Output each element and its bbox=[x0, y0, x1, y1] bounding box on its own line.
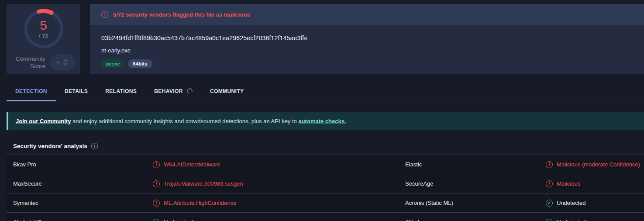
vote-down-icon[interactable] bbox=[63, 63, 68, 66]
detection-result: ! ✓ Undetected bbox=[546, 219, 644, 221]
detections-count: 5 bbox=[40, 19, 47, 32]
file-header-card: ! 5/72 security vendors flagged this fil… bbox=[90, 4, 644, 74]
tag-64bits[interactable]: 64bits bbox=[128, 59, 152, 68]
community-banner-text: and enjoy additional community insights … bbox=[71, 118, 298, 124]
detection-result: ! ✓ Malicious bbox=[546, 180, 644, 187]
tab-bar: DETECTION DETAILS RELATIONS BEHAVIOR COM… bbox=[0, 81, 644, 101]
detection-score-gauge: 5 / 72 bbox=[24, 9, 64, 49]
detection-result: ! ✓ Undetected bbox=[546, 200, 644, 207]
tab-detection[interactable]: DETECTION bbox=[7, 81, 56, 101]
community-vote-widget[interactable] bbox=[50, 54, 75, 70]
detection-alert-banner: ! 5/72 security vendors flagged this fil… bbox=[90, 4, 644, 25]
detection-result: ! ✓ Trojan.Malware.300983.susgen bbox=[153, 180, 405, 187]
join-community-link[interactable]: Join our Community bbox=[16, 118, 71, 124]
alert-icon: ! bbox=[546, 180, 553, 187]
file-hash: 03b2494fd1ff9f89b30ac5437b7ac4859a0c1ea2… bbox=[101, 35, 644, 41]
automate-checks-link[interactable]: automate checks. bbox=[298, 118, 346, 124]
vendor-name: MaxSecure bbox=[7, 180, 153, 187]
check-icon: ✓ bbox=[546, 219, 553, 221]
check-icon: ✓ bbox=[546, 200, 553, 207]
file-summary-header: 5 / 72 Community Score bbox=[0, 0, 644, 74]
section-header: Security vendors' analysis i bbox=[7, 137, 644, 155]
tab-behavior[interactable]: BEHAVIOR bbox=[145, 81, 201, 101]
detection-result: ! ✓ W64.AIDetectMalware bbox=[153, 161, 405, 168]
community-banner: Join our Community and enjoy additional … bbox=[7, 112, 644, 130]
alert-icon: ! bbox=[546, 161, 553, 168]
detection-result: ! ✓ Malicious (moderate Confidence) bbox=[546, 161, 644, 168]
virustotal-detection-page: 5 / 72 Community Score bbox=[0, 0, 644, 221]
check-icon: ✓ bbox=[153, 219, 160, 221]
alert-icon: ! bbox=[153, 180, 160, 187]
vote-up-icon[interactable] bbox=[63, 59, 68, 62]
vendor-name: AhnLab-V3 bbox=[7, 219, 153, 221]
table-row: AhnLab-V3 ! ✓ Undetected Alibaba ! ✓ Und… bbox=[7, 213, 644, 221]
tab-community[interactable]: COMMUNITY bbox=[201, 81, 253, 101]
table-row: Symantec ! ✓ ML.Attribute.HighConfidence… bbox=[7, 193, 644, 213]
vendors-table: Bkav Pro ! ✓ W64.AIDetectMalware Elastic… bbox=[7, 155, 644, 221]
section-title: Security vendors' analysis bbox=[13, 143, 87, 149]
vendor-name: Bkav Pro bbox=[7, 161, 153, 168]
file-name: nt-early.exe bbox=[101, 47, 644, 54]
alert-icon: ! bbox=[101, 11, 108, 18]
alert-message: 5/72 security vendors flagged this file … bbox=[113, 11, 250, 18]
vendor-name: Alibaba bbox=[405, 219, 546, 221]
info-icon[interactable]: i bbox=[91, 143, 98, 149]
score-card: 5 / 72 Community Score bbox=[7, 4, 80, 74]
vote-dot-icon bbox=[57, 62, 59, 63]
vendor-name: SecureAge bbox=[405, 180, 546, 187]
table-row: Bkav Pro ! ✓ W64.AIDetectMalware Elastic… bbox=[7, 155, 644, 174]
vendor-name: Acronis (Static ML) bbox=[405, 200, 546, 206]
table-row: MaxSecure ! ✓ Trojan.Malware.300983.susg… bbox=[7, 174, 644, 193]
engines-total: / 72 bbox=[39, 33, 48, 39]
community-score-label: Community Score bbox=[16, 55, 45, 70]
tab-relations[interactable]: RELATIONS bbox=[96, 81, 145, 101]
loading-spinner-icon bbox=[186, 87, 193, 95]
detection-result: ! ✓ ML.Attribute.HighConfidence bbox=[153, 200, 405, 207]
alert-icon: ! bbox=[153, 200, 160, 207]
vendor-name: Symantec bbox=[7, 200, 153, 206]
tag-peexe[interactable]: peexe bbox=[101, 59, 124, 68]
vendor-name: Elastic bbox=[405, 161, 546, 168]
detection-result: ! ✓ Undetected bbox=[153, 219, 405, 221]
alert-icon: ! bbox=[153, 161, 160, 168]
tab-details[interactable]: DETAILS bbox=[56, 81, 96, 101]
